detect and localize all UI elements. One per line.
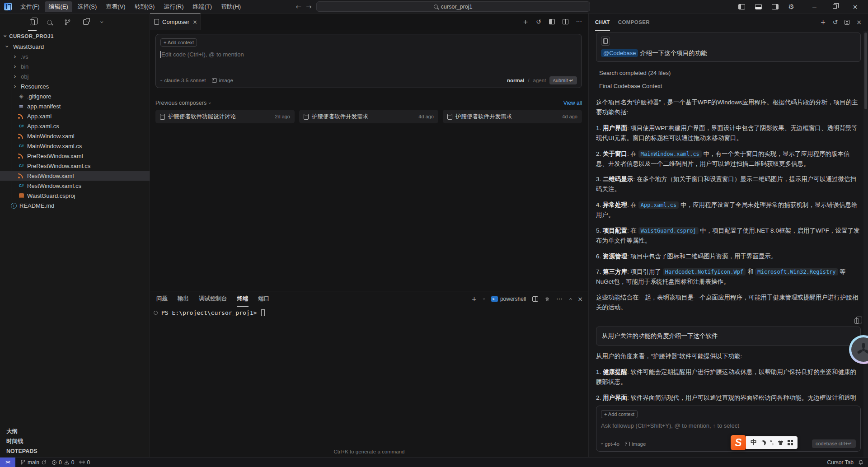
model-selector[interactable]: › claude-3.5-sonnet	[160, 78, 206, 83]
toggle-bottom-panel-icon[interactable]	[755, 4, 762, 9]
menu-item[interactable]: 运行(R)	[160, 1, 188, 12]
toggle-right-panel-icon[interactable]	[772, 4, 779, 9]
command-center-search[interactable]: cursor_proj1	[316, 1, 590, 12]
composer-card[interactable]: 护腰使者软件开发需求 4d ago	[443, 110, 582, 123]
restore-button[interactable]	[825, 0, 845, 14]
project-root-header[interactable]: › CURSOR_PROJ1	[0, 31, 150, 42]
copy-icon[interactable]	[854, 318, 859, 324]
menu-item[interactable]: 转到(G)	[131, 1, 159, 12]
codebase-button[interactable]: codebase ctrl+↵	[812, 439, 856, 448]
image-label[interactable]: image	[632, 441, 646, 447]
close-icon[interactable]: ×	[856, 19, 862, 25]
image-label[interactable]: image	[219, 78, 233, 83]
cursor-logo-icon[interactable]	[4, 3, 12, 10]
problems-status[interactable]: 0 0	[52, 459, 74, 466]
chat-input-box[interactable]: + Add context Ask followup (Ctrl+Shift+Y…	[596, 406, 861, 452]
forward-icon[interactable]: →	[306, 3, 312, 11]
search-view-icon[interactable]	[47, 14, 52, 31]
tree-item[interactable]: obj	[0, 71, 150, 81]
sogou-logo-icon[interactable]: S	[731, 435, 746, 450]
ime-skin-icon[interactable]	[778, 440, 784, 445]
menu-item[interactable]: 选择(S)	[73, 1, 101, 12]
source-control-icon[interactable]	[64, 14, 71, 31]
terminal-content[interactable]: PS E:\project\cursor_proj1>	[150, 307, 588, 457]
add-context-chip[interactable]: + Add context	[601, 410, 638, 418]
panel-tab[interactable]: 输出	[178, 291, 189, 307]
cursor-tab-status[interactable]: Cursor Tab	[827, 459, 854, 466]
chat-tab[interactable]: CHAT	[595, 14, 610, 31]
tree-item[interactable]: App.xaml	[0, 111, 150, 121]
tab-composer[interactable]: Composer ×	[150, 14, 201, 30]
user-message[interactable]: 从用户关注的功能的角度介绍一下这个软件	[596, 327, 861, 346]
panel-tab[interactable]: 调试控制台	[199, 291, 227, 307]
tree-item[interactable]: .gitignore	[0, 91, 150, 101]
tree-item[interactable]: bin	[0, 61, 150, 71]
composer-input-box[interactable]: + Add context Edit code (Ctrl+I), @ to m…	[155, 34, 582, 88]
ime-fullwidth-icon[interactable]	[761, 440, 766, 445]
tree-item[interactable]: app.manifest	[0, 101, 150, 111]
tree-item[interactable]: RestWindow.xaml.cs	[0, 181, 150, 191]
extensions-view-icon[interactable]	[83, 14, 89, 31]
tree-item[interactable]: .vs	[0, 51, 150, 61]
shell-selector[interactable]: >_ powershell	[491, 296, 526, 302]
tree-item[interactable]: WaistGuard.csproj	[0, 191, 150, 201]
menu-item[interactable]: 帮助(H)	[217, 1, 245, 12]
add-context-chip[interactable]: + Add context	[160, 38, 197, 47]
bell-icon[interactable]	[858, 459, 863, 465]
model-selector[interactable]: › gpt-4o	[601, 441, 619, 447]
tree-item[interactable]: MainWindow.xaml	[0, 131, 150, 141]
close-icon[interactable]: ×	[192, 19, 197, 25]
collapsible-section[interactable]: Search completed (24 files)	[596, 67, 861, 79]
history-icon[interactable]: ↺	[536, 19, 541, 25]
composer-placeholder[interactable]: Edit code (Ctrl+I), @ to mention	[160, 51, 577, 58]
tree-item[interactable]: MainWindow.xaml.cs	[0, 141, 150, 151]
tree-item[interactable]: PreRestWindow.xaml.cs	[0, 161, 150, 171]
chat-input-placeholder[interactable]: Ask followup (Ctrl+Shift+Y), @ to mentio…	[601, 422, 856, 429]
view-all-link[interactable]: View all	[563, 100, 582, 106]
more-actions-icon[interactable]: ···	[556, 296, 562, 302]
chat-tab[interactable]: COMPOSER	[618, 14, 650, 31]
open-in-editor-icon[interactable]	[845, 20, 849, 25]
terminal-dropdown-icon[interactable]: ›	[482, 298, 486, 300]
panel-layout-icon[interactable]	[549, 19, 555, 24]
composer-card[interactable]: 护腰使者软件开发需求 4d ago	[299, 110, 438, 123]
minimize-button[interactable]: −	[804, 0, 825, 14]
mode-normal[interactable]: normal	[507, 78, 524, 83]
ime-language-mode[interactable]: 中	[751, 439, 757, 447]
explorer-view-icon[interactable]	[30, 14, 35, 31]
menu-item[interactable]: 查看(V)	[102, 1, 129, 12]
tree-item[interactable]: App.xaml.cs	[0, 121, 150, 131]
menu-item[interactable]: 编辑(E)	[45, 1, 72, 12]
chat-messages[interactable]: @Codebase 介绍一下这个项目的功能 Search completed (…	[589, 31, 868, 403]
tree-item[interactable]: README.md	[0, 201, 150, 210]
menu-item[interactable]: 文件(F)	[16, 1, 44, 12]
codebase-chip[interactable]: @Codebase	[601, 49, 638, 57]
user-message[interactable]: @Codebase 介绍一下这个项目的功能	[596, 33, 861, 62]
gear-icon[interactable]: ⚙	[788, 3, 794, 11]
git-branch-status[interactable]: main	[20, 459, 47, 466]
maximize-panel-icon[interactable]: ›	[567, 298, 573, 300]
composer-card[interactable]: 护腰使者软件功能设计讨论 2d ago	[155, 110, 295, 123]
previous-composers-header[interactable]: Previous composers › View all	[155, 100, 582, 106]
mode-agent[interactable]: agent	[533, 78, 546, 83]
more-actions-icon[interactable]: ···	[576, 19, 582, 25]
ime-toolbox-icon[interactable]	[788, 440, 793, 445]
tree-item[interactable]: RestWindow.xaml	[0, 171, 150, 181]
sidebar-section-header[interactable]: 大纲	[0, 426, 150, 436]
tree-item[interactable]: Resources	[0, 81, 150, 91]
ports-status[interactable]: 0	[79, 459, 90, 466]
close-button[interactable]: ×	[845, 0, 865, 14]
sidebar-section-header[interactable]: NOTEPADS	[0, 446, 150, 456]
new-chat-icon[interactable]: +	[821, 19, 826, 25]
tree-item[interactable]: PreRestWindow.xaml	[0, 151, 150, 161]
ime-punctuation-mode[interactable]: °,	[770, 439, 774, 446]
collapsible-section[interactable]: Final Codebase Context	[596, 80, 861, 92]
back-icon[interactable]: ←	[296, 3, 301, 11]
new-composer-icon[interactable]: +	[523, 19, 528, 25]
panel-tab[interactable]: 终端	[237, 291, 249, 307]
submit-button[interactable]: submit ↵	[549, 76, 577, 84]
scrollbar[interactable]	[863, 31, 868, 457]
panel-tab[interactable]: 端口	[258, 291, 270, 307]
tree-item[interactable]: WaistGuard	[0, 42, 150, 51]
remote-indicator-button[interactable]: ><	[0, 458, 15, 467]
